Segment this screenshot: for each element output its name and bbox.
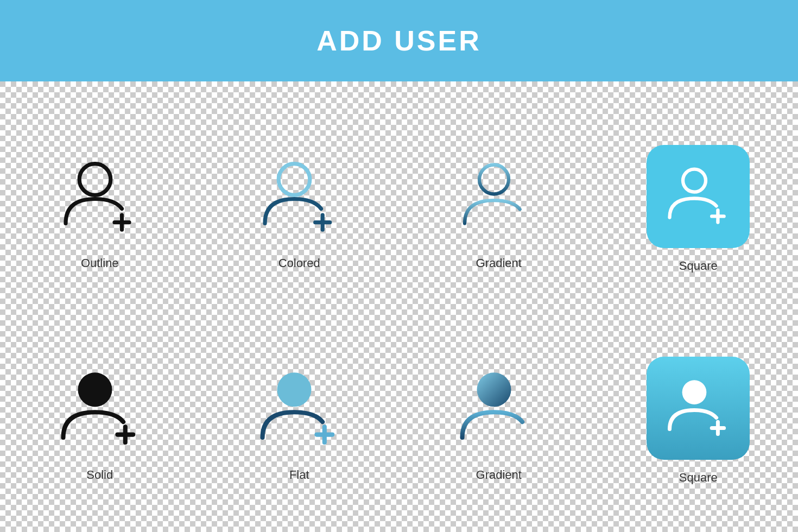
page-wrapper: ADD USER Outline bbox=[0, 0, 798, 532]
icon-cell-gradient-top: Gradient bbox=[399, 103, 599, 315]
square-background-bottom bbox=[647, 357, 750, 460]
icon-cell-square-top: Square bbox=[599, 103, 799, 315]
icon-label-colored: Colored bbox=[278, 256, 320, 270]
icon-label-gradient-top: Gradient bbox=[476, 256, 522, 270]
icon-cell-colored: Colored bbox=[200, 103, 400, 315]
icon-cell-square-bottom: Square bbox=[599, 315, 799, 527]
add-user-flat-icon bbox=[250, 359, 348, 457]
page-title: ADD USER bbox=[316, 24, 482, 57]
icon-label-square-top: Square bbox=[679, 259, 718, 273]
add-user-outline-icon bbox=[51, 148, 149, 245]
icon-cell-gradient-bottom: Gradient bbox=[399, 315, 599, 527]
svg-point-15 bbox=[277, 372, 312, 407]
svg-point-9 bbox=[683, 169, 706, 192]
add-user-square-top-icon bbox=[660, 156, 736, 237]
square-background-top bbox=[647, 145, 750, 248]
icon-label-square-bottom: Square bbox=[679, 471, 718, 485]
add-user-square-bottom-icon bbox=[660, 368, 736, 449]
header-banner: ADD USER bbox=[0, 0, 798, 81]
add-user-gradient-top-icon bbox=[450, 148, 548, 245]
svg-point-12 bbox=[78, 372, 112, 407]
add-user-gradient-bottom-icon bbox=[450, 359, 548, 457]
icon-cell-outline: Outline bbox=[0, 103, 200, 315]
add-user-solid-icon bbox=[51, 359, 149, 457]
svg-point-21 bbox=[682, 380, 707, 404]
svg-point-3 bbox=[278, 164, 310, 195]
svg-point-18 bbox=[477, 372, 511, 407]
icon-label-solid: Solid bbox=[86, 468, 113, 482]
svg-point-6 bbox=[479, 165, 509, 194]
add-user-colored-icon bbox=[250, 148, 348, 245]
svg-point-0 bbox=[79, 164, 111, 195]
icon-cell-solid: Solid bbox=[0, 315, 200, 527]
icon-label-gradient-bottom: Gradient bbox=[476, 468, 522, 482]
icon-grid: Outline Colored bbox=[0, 103, 798, 527]
icon-label-flat: Flat bbox=[289, 468, 309, 482]
icon-cell-flat: Flat bbox=[200, 315, 400, 527]
icon-label-outline: Outline bbox=[81, 256, 119, 270]
